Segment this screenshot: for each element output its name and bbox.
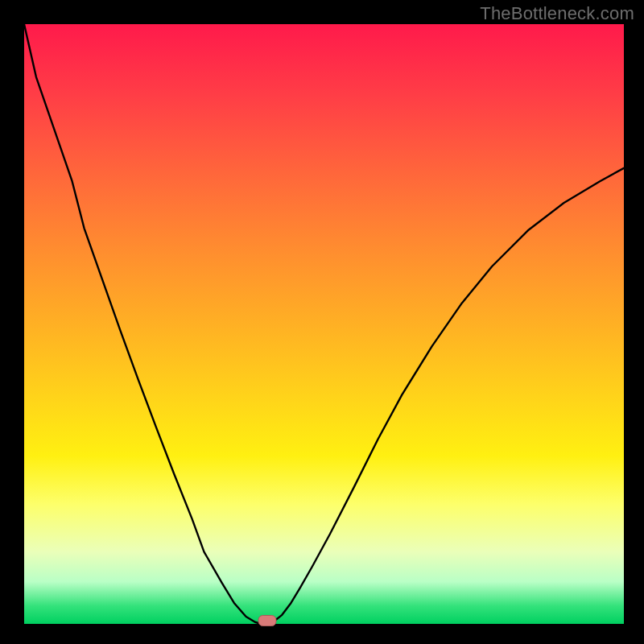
chart-container: TheBottleneck.com: [0, 0, 644, 644]
curve-svg: [24, 24, 624, 624]
bottleneck-curve: [24, 24, 624, 624]
optimal-point-marker: [258, 615, 276, 626]
plot-area: [24, 24, 624, 624]
watermark-label: TheBottleneck.com: [480, 3, 634, 24]
